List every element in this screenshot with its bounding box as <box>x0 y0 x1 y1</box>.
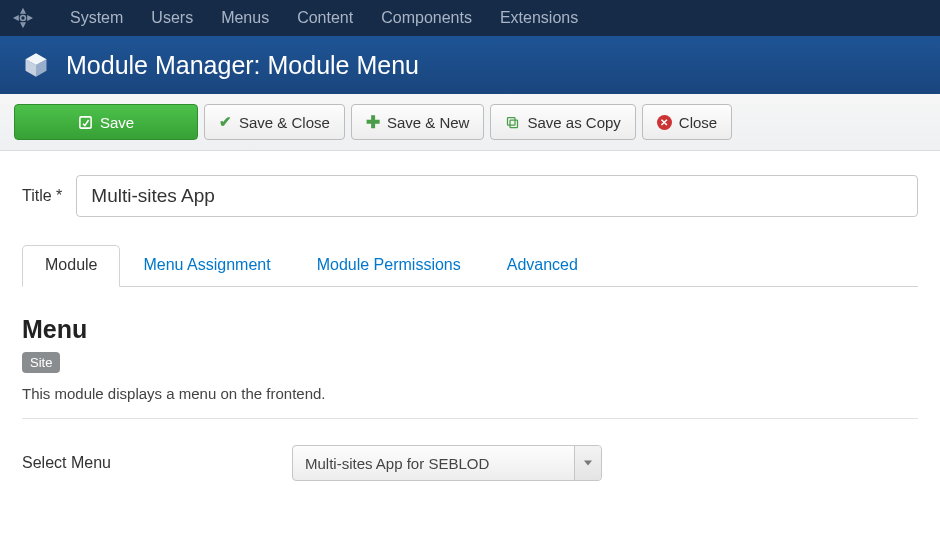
select-menu-row: Select Menu Multi-sites App for SEBLOD <box>22 445 918 481</box>
svg-rect-2 <box>510 120 518 128</box>
nav-item-menus[interactable]: Menus <box>207 0 283 36</box>
nav-item-system[interactable]: System <box>56 0 137 36</box>
save-new-button[interactable]: ✚ Save & New <box>351 104 485 140</box>
save-button-label: Save <box>100 114 134 131</box>
page-title-bar: Module Manager: Module Menu <box>0 36 940 94</box>
save-close-label: Save & Close <box>239 114 330 131</box>
close-icon: ✕ <box>657 115 672 130</box>
select-menu-dropdown[interactable]: Multi-sites App for SEBLOD <box>292 445 602 481</box>
plus-icon: ✚ <box>366 112 380 133</box>
top-nav-bar: System Users Menus Content Components Ex… <box>0 0 940 36</box>
site-badge: Site <box>22 352 60 373</box>
close-label: Close <box>679 114 717 131</box>
save-button[interactable]: Save <box>14 104 198 140</box>
tab-module-permissions[interactable]: Module Permissions <box>294 245 484 287</box>
close-button[interactable]: ✕ Close <box>642 104 732 140</box>
save-close-button[interactable]: ✔ Save & Close <box>204 104 345 140</box>
copy-icon <box>505 115 520 130</box>
save-copy-button[interactable]: Save as Copy <box>490 104 635 140</box>
svg-rect-3 <box>508 117 516 125</box>
nav-item-extensions[interactable]: Extensions <box>486 0 592 36</box>
tab-advanced[interactable]: Advanced <box>484 245 601 287</box>
save-new-label: Save & New <box>387 114 470 131</box>
chevron-down-icon <box>584 461 592 466</box>
nav-item-content[interactable]: Content <box>283 0 367 36</box>
joomla-logo-icon[interactable] <box>10 5 36 31</box>
nav-item-users[interactable]: Users <box>137 0 207 36</box>
check-icon: ✔ <box>219 113 232 131</box>
module-description: This module displays a menu on the front… <box>22 385 918 402</box>
title-input[interactable] <box>76 175 918 217</box>
module-cube-icon <box>22 51 50 79</box>
title-label: Title * <box>22 187 62 205</box>
page-title: Module Manager: Module Menu <box>66 51 419 80</box>
action-toolbar: Save ✔ Save & Close ✚ Save & New Save as… <box>0 94 940 151</box>
tabs-bar: Module Menu Assignment Module Permission… <box>22 245 918 287</box>
select-menu-value: Multi-sites App for SEBLOD <box>305 455 489 472</box>
svg-rect-1 <box>80 116 91 127</box>
nav-item-components[interactable]: Components <box>367 0 486 36</box>
module-section-heading: Menu <box>22 315 918 344</box>
select-menu-label: Select Menu <box>22 454 262 472</box>
svg-point-0 <box>21 16 26 21</box>
tab-menu-assignment[interactable]: Menu Assignment <box>120 245 293 287</box>
title-field-row: Title * <box>22 175 918 217</box>
pencil-square-icon <box>78 115 93 130</box>
section-divider <box>22 418 918 419</box>
tab-module[interactable]: Module <box>22 245 120 287</box>
save-copy-label: Save as Copy <box>527 114 620 131</box>
content-area: Title * Module Menu Assignment Module Pe… <box>0 151 940 481</box>
